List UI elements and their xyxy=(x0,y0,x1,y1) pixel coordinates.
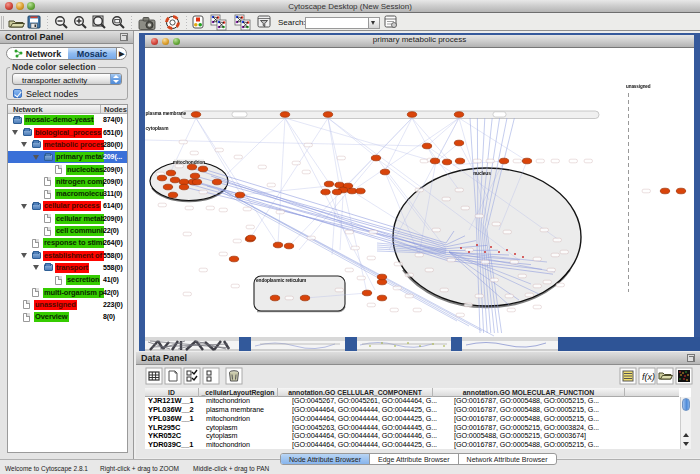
svg-text:nucleus: nucleus xyxy=(473,171,491,176)
svg-text:cytoplasm: cytoplasm xyxy=(146,126,169,131)
svg-text:endoplasmic reticulum: endoplasmic reticulum xyxy=(256,278,306,283)
svg-text:plasma membrane: plasma membrane xyxy=(146,111,187,116)
svg-text:unassigned: unassigned xyxy=(626,84,651,89)
svg-text:f(x): f(x) xyxy=(642,372,655,382)
